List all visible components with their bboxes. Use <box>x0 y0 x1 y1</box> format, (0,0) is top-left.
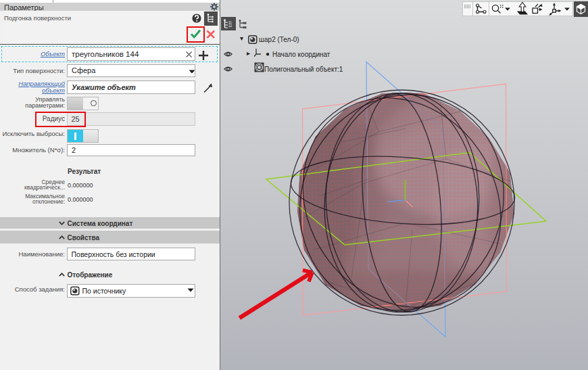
svg-text:12: 12 <box>228 24 232 28</box>
